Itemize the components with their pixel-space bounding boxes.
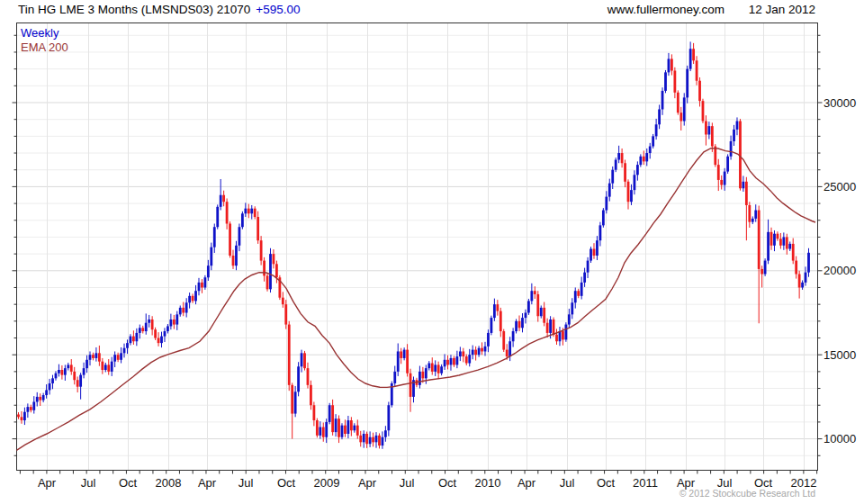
candle-body	[696, 60, 698, 80]
candle-body	[518, 321, 521, 328]
candle-body	[235, 246, 238, 266]
candle-body	[583, 273, 586, 283]
candle-body	[773, 234, 776, 246]
candle-body	[194, 291, 197, 301]
candle-body	[599, 225, 602, 240]
candle-body	[378, 436, 381, 446]
x-axis-label: Apr	[198, 476, 217, 490]
x-axis-label: Jul	[81, 476, 96, 490]
candle-body	[229, 223, 231, 255]
candle-body	[536, 294, 539, 316]
candle-body	[496, 304, 499, 310]
candle-body	[615, 160, 617, 170]
candle-body	[260, 240, 263, 260]
candle-body	[101, 362, 104, 370]
candle-body	[742, 182, 745, 188]
candle-body	[493, 304, 496, 318]
candle-body	[382, 437, 384, 446]
candle-body	[726, 157, 729, 172]
price-chart: 3000025000200001500010000AprJulOct2008Ap…	[0, 0, 864, 504]
candle-body	[624, 163, 626, 182]
candle-body	[664, 72, 667, 91]
x-axis-label: 2010	[475, 476, 501, 490]
candle-body	[198, 283, 201, 291]
candle-body	[418, 372, 421, 385]
candle-body	[232, 256, 235, 266]
candle-body	[500, 311, 502, 331]
candle-body	[111, 362, 113, 372]
candle-body	[643, 157, 645, 162]
candle-body	[139, 328, 141, 333]
x-axis-label: Oct	[438, 476, 457, 490]
candle-body	[571, 302, 573, 314]
candle-body	[275, 264, 278, 277]
candle-body	[266, 275, 269, 289]
candle-body	[553, 320, 555, 335]
x-axis-label: Oct	[597, 476, 616, 490]
candle-body	[465, 356, 468, 363]
candle-body	[154, 329, 157, 338]
candle-body	[450, 358, 453, 364]
candle-body	[636, 165, 639, 175]
candle-body	[158, 338, 160, 344]
candle-body	[795, 261, 797, 274]
candle-body	[714, 147, 716, 166]
candle-body	[431, 364, 434, 372]
candle-body	[562, 331, 564, 339]
candle-body	[294, 392, 297, 413]
candle-body	[574, 291, 577, 302]
x-axis-label: Apr	[358, 476, 377, 490]
candle-body	[705, 122, 707, 135]
candle-body	[363, 434, 365, 442]
candle-body	[767, 232, 770, 261]
candle-body	[244, 209, 247, 214]
candle-body	[307, 368, 310, 385]
copyright-text: © 2012 Stockcube Research Ltd	[680, 488, 815, 499]
candle-body	[670, 58, 673, 70]
candle-body	[164, 331, 166, 337]
candle-body	[26, 407, 29, 412]
candle-body	[369, 437, 372, 444]
candle-body	[328, 405, 331, 422]
candle-body	[166, 326, 169, 331]
candle-body	[428, 364, 430, 369]
x-axis-label: Jul	[560, 476, 575, 490]
candle-body	[32, 402, 35, 410]
candle-body	[319, 428, 321, 436]
candle-body	[256, 217, 259, 240]
candle-body	[543, 308, 545, 323]
candle-body	[549, 320, 552, 333]
candle-body	[527, 301, 530, 312]
candle-body	[621, 153, 624, 163]
candle-body	[568, 314, 571, 324]
x-axis-label: Oct	[119, 476, 138, 490]
candle-body	[58, 370, 60, 374]
candle-body	[55, 374, 58, 379]
candle-body	[160, 337, 163, 343]
candle-body	[204, 277, 207, 287]
candle-body	[515, 321, 518, 331]
candle-body	[801, 283, 804, 288]
candle-body	[668, 58, 670, 72]
candle-body	[617, 153, 620, 159]
candle-body	[113, 355, 116, 361]
candle-body	[325, 422, 328, 437]
candle-body	[248, 209, 250, 214]
candle-body	[141, 328, 144, 331]
candle-body	[179, 308, 182, 314]
candle-body	[468, 355, 471, 363]
candle-body	[546, 323, 549, 333]
candle-body	[792, 244, 795, 261]
candle-body	[45, 390, 48, 395]
candle-body	[652, 136, 654, 146]
candle-body	[596, 240, 598, 256]
candle-body	[397, 351, 400, 371]
candle-body	[67, 364, 69, 368]
candle-body	[384, 430, 387, 436]
x-axis-label: Apr	[518, 476, 536, 490]
candle-body	[484, 346, 487, 352]
legend-ema-200: EMA 200	[21, 40, 68, 54]
plot-frame	[17, 23, 818, 471]
candle-body	[238, 227, 241, 246]
candle-body	[356, 426, 359, 436]
